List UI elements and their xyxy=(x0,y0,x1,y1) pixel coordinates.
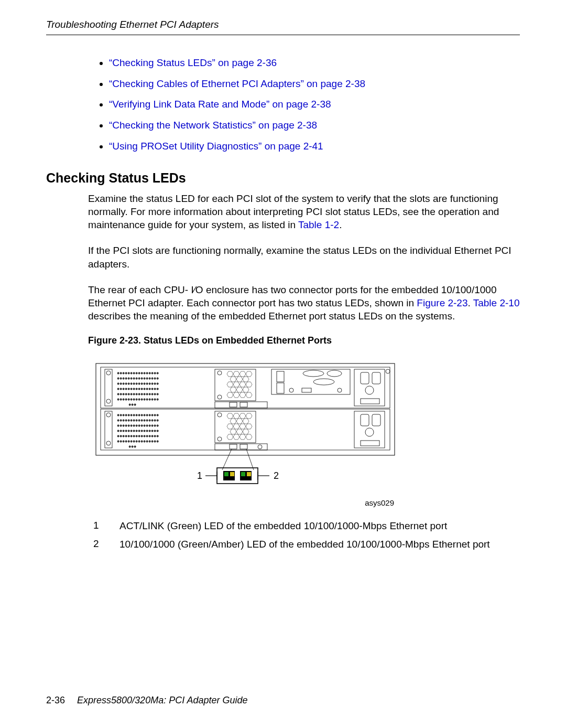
text: . xyxy=(339,219,342,230)
cross-ref[interactable]: Table 1-2 xyxy=(298,219,339,230)
header-title: Troubleshooting Ethernet PCI Adapters xyxy=(46,19,219,30)
svg-text:o o o: o o o xyxy=(129,403,136,406)
svg-rect-49 xyxy=(240,444,247,449)
legend-row: 1 ACT/LINK (Green) LED of the embedded 1… xyxy=(93,520,520,533)
text: describes the meaning of the embedded Et… xyxy=(88,311,455,322)
text: . xyxy=(468,297,473,308)
svg-point-24 xyxy=(289,388,293,392)
footer-title: Express5800/320Ma: PCI Adapter Guide xyxy=(77,695,248,705)
text: If the PCI slots are functioning normall… xyxy=(88,245,511,269)
hardware-diagram: o o o o o o o o o o o o o o o o o o o o … xyxy=(93,361,397,497)
svg-text:2: 2 xyxy=(274,470,279,481)
figure-id: asys029 xyxy=(93,498,397,507)
svg-rect-17 xyxy=(240,402,247,407)
svg-rect-51 xyxy=(354,411,385,448)
toc-link[interactable]: “Checking Status LEDs” on page 2-36 xyxy=(109,57,277,68)
svg-rect-53 xyxy=(361,414,369,426)
svg-text:o o o o o o o o o o o o o o o : o o o o o o o o o o o o o o o o xyxy=(117,419,159,422)
svg-point-23 xyxy=(313,379,334,385)
svg-point-22 xyxy=(327,370,342,377)
legend-text: 10/100/1000 (Green/Amber) LED of the emb… xyxy=(119,538,520,551)
svg-rect-60 xyxy=(224,472,228,476)
svg-point-46 xyxy=(217,437,222,441)
svg-text:o o o o o o o o o o o o o o o : o o o o o o o o o o o o o o o o xyxy=(117,440,159,443)
svg-line-57 xyxy=(246,449,254,470)
svg-point-32 xyxy=(386,369,390,373)
svg-rect-27 xyxy=(354,369,385,406)
cross-ref[interactable]: Table 2-10 xyxy=(473,297,520,308)
svg-point-14 xyxy=(217,395,222,399)
page-footer: 2-36 Express5800/320Ma: PCI Adapter Guid… xyxy=(46,695,248,706)
svg-point-45 xyxy=(217,413,222,417)
toc-item: “Using PROSet Utility Diagnostics” on pa… xyxy=(109,140,520,153)
svg-rect-30 xyxy=(372,372,380,384)
svg-point-35 xyxy=(106,413,111,417)
svg-point-52 xyxy=(365,428,374,436)
paragraph: The rear of each CPU- I⁄O enclosure has … xyxy=(88,283,520,323)
svg-rect-64 xyxy=(247,472,251,476)
legend-text: ACT/LINK (Green) LED of the embedded 10/… xyxy=(119,520,520,533)
svg-rect-44 xyxy=(215,411,256,443)
toc-link[interactable]: “Verifying Link Data Rate and Mode” on p… xyxy=(109,99,331,110)
toc-link[interactable]: “Checking the Network Statistics” on pag… xyxy=(109,120,317,131)
toc-link[interactable]: “Checking Cables of Ethernet PCI Adapter… xyxy=(109,78,365,89)
svg-rect-16 xyxy=(230,402,237,407)
legend-number: 2 xyxy=(93,538,119,551)
cross-ref[interactable]: Figure 2-23 xyxy=(417,297,467,308)
svg-point-13 xyxy=(217,371,222,375)
svg-text:o o o o o o o o o o o o o o o : o o o o o o o o o o o o o o o o xyxy=(117,377,159,380)
toc-item: “Checking Cables of Ethernet PCI Adapter… xyxy=(109,77,520,91)
svg-text:o o o o o o o o o o o o o o o : o o o o o o o o o o o o o o o o xyxy=(117,434,159,437)
svg-rect-54 xyxy=(372,414,380,426)
legend-number: 1 xyxy=(93,520,119,533)
svg-rect-58 xyxy=(217,468,258,484)
svg-text:o o o o o o o o o o o o o o o : o o o o o o o o o o o o o o o o xyxy=(117,429,159,432)
svg-rect-34 xyxy=(105,411,112,448)
toc-item: “Verifying Link Data Rate and Mode” on p… xyxy=(109,98,520,111)
figure-legend: 1 ACT/LINK (Green) LED of the embedded 1… xyxy=(93,520,520,551)
svg-rect-61 xyxy=(230,472,234,476)
svg-rect-31 xyxy=(361,399,379,404)
svg-text:o o o o o o o o o o o o o o o : o o o o o o o o o o o o o o o o xyxy=(117,371,159,374)
page-number: 2-36 xyxy=(46,695,65,705)
svg-rect-12 xyxy=(215,369,256,401)
paragraph: Examine the status LED for each PCI slot… xyxy=(88,192,520,231)
svg-line-56 xyxy=(222,449,232,470)
svg-point-28 xyxy=(365,386,374,394)
svg-rect-2 xyxy=(105,369,112,406)
section-heading: Checking Status LEDs xyxy=(46,170,520,186)
svg-point-21 xyxy=(303,370,324,377)
svg-rect-29 xyxy=(361,372,369,384)
figure-title: Figure 2-23. Status LEDs on Embedded Eth… xyxy=(88,335,520,346)
svg-point-4 xyxy=(106,399,111,403)
svg-rect-63 xyxy=(241,472,245,476)
svg-point-26 xyxy=(338,388,342,392)
toc-item: “Checking Status LEDs” on page 2-36 xyxy=(109,56,520,70)
toc-link[interactable]: “Using PROSet Utility Diagnostics” on pa… xyxy=(109,141,323,152)
svg-rect-48 xyxy=(230,444,237,449)
svg-rect-20 xyxy=(277,383,284,393)
svg-rect-25 xyxy=(302,388,311,392)
svg-text:o o o o o o o o o o o o o o o : o o o o o o o o o o o o o o o o xyxy=(117,413,159,416)
svg-point-50 xyxy=(258,445,262,449)
svg-rect-19 xyxy=(277,371,284,382)
figure: o o o o o o o o o o o o o o o o o o o o … xyxy=(93,361,397,507)
paragraph: If the PCI slots are functioning normall… xyxy=(88,244,520,270)
legend-row: 2 10/100/1000 (Green/Amber) LED of the e… xyxy=(93,538,520,551)
svg-text:o o o: o o o xyxy=(129,445,136,448)
toc-list: “Checking Status LEDs” on page 2-36 “Che… xyxy=(46,56,520,153)
svg-rect-55 xyxy=(361,441,379,446)
svg-point-3 xyxy=(106,371,111,375)
svg-text:o o o o o o o o o o o o o o o : o o o o o o o o o o o o o o o o xyxy=(117,387,159,390)
svg-text:o o o o o o o o o o o o o o o : o o o o o o o o o o o o o o o o xyxy=(117,424,159,427)
svg-text:o o o o o o o o o o o o o o o : o o o o o o o o o o o o o o o o xyxy=(117,398,159,401)
running-header: Troubleshooting Ethernet PCI Adapters xyxy=(46,19,520,35)
toc-item: “Checking the Network Statistics” on pag… xyxy=(109,119,520,132)
svg-text:o o o o o o o o o o o o o o o : o o o o o o o o o o o o o o o o xyxy=(117,382,159,385)
svg-point-36 xyxy=(106,441,111,445)
text: Examine the status LED for each PCI slot… xyxy=(88,193,499,230)
svg-text:1: 1 xyxy=(197,470,202,481)
svg-text:o o o o o o o o o o o o o o o : o o o o o o o o o o o o o o o o xyxy=(117,392,159,395)
